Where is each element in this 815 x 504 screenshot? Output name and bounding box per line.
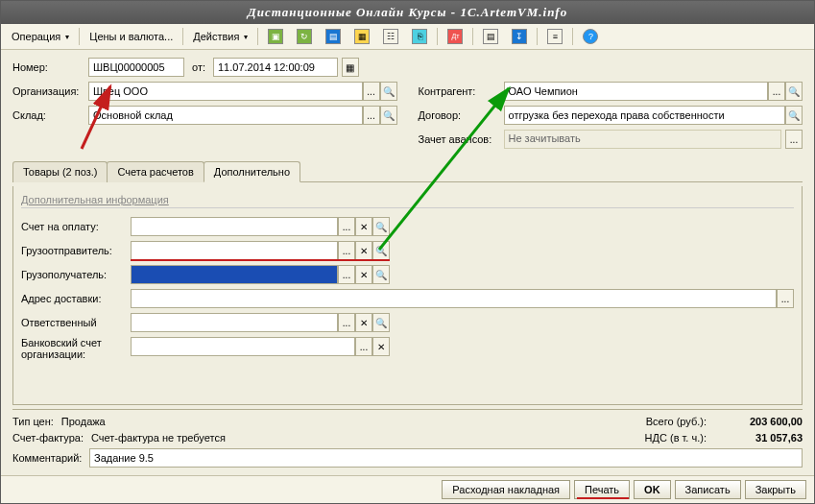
operation-menu[interactable]: Операция [5,28,76,45]
basis-icon: ↧ [512,29,527,44]
comment-field[interactable] [89,448,803,468]
shipper-select[interactable]: ... [338,241,355,260]
org-search[interactable]: 🔍 [380,82,397,101]
invoice-clear[interactable]: ✕ [355,217,372,236]
invoice-fact-value: Счет-фактура не требуется [91,432,226,444]
vat-label: НДС (в т. ч.): [645,432,707,444]
search-icon: 🔍 [383,110,395,121]
tb-icon-dt[interactable]: Дт [441,26,469,47]
tab-goods[interactable]: Товары (2 поз.) [12,161,108,182]
bank-label: Банковский счет организации: [21,337,127,360]
responsible-field[interactable] [131,313,338,332]
tab-extra[interactable]: Дополнительно [204,161,300,182]
total-label: Всего (руб.): [646,416,707,427]
help-icon: ? [583,29,598,44]
shipper-clear[interactable]: ✕ [355,241,372,260]
invoice-field[interactable] [131,217,338,236]
address-field[interactable] [131,289,777,308]
save-button[interactable]: Записать [675,480,741,499]
consignee-field[interactable] [131,265,338,284]
warehouse-label: Склад: [12,109,84,121]
tb-icon-9[interactable]: ≡ [540,26,569,47]
help-button[interactable]: ? [576,26,605,47]
consignee-search[interactable]: 🔍 [372,265,390,284]
warehouse-field[interactable] [88,106,363,125]
contragent-search[interactable]: 🔍 [785,82,803,101]
consignee-clear[interactable]: ✕ [355,265,372,284]
arrow-icon: ↻ [297,29,312,44]
tb-icon-4[interactable]: ▦ [348,26,376,47]
responsible-select[interactable]: ... [338,313,355,332]
struct-icon: ☷ [383,29,398,44]
tb-icon-5[interactable]: ☷ [376,26,405,47]
search-icon: 🔍 [375,270,387,280]
comment-label: Комментарий: [12,452,89,464]
org-select[interactable]: ... [363,82,380,101]
tab-panel-extra: Дополнительная информация Счет на оплату… [12,186,803,405]
tb-icon-3[interactable]: ▤ [319,26,348,47]
total-value: 203 600,00 [716,416,803,427]
tb-icon-7[interactable]: ▤ [476,26,505,47]
responsible-search[interactable]: 🔍 [372,313,390,332]
advance-select[interactable]: ... [785,130,803,149]
shipper-search[interactable]: 🔍 [372,241,390,260]
address-select[interactable]: ... [777,289,794,308]
responsible-label: Ответственный [21,317,127,328]
org-label: Организация: [12,85,84,97]
window-title: Дистанционные Онлайн Курсы - 1C.ArtemVM.… [1,1,814,24]
bank-clear[interactable]: ✕ [372,337,390,356]
prices-button[interactable]: Цены и валюта... [83,28,180,45]
contragent-field[interactable] [504,82,769,101]
invoice-label: Счет на оплату: [21,221,127,232]
address-label: Адрес доставки: [21,293,127,304]
print-button[interactable]: Печать [574,480,630,499]
invoice-fact-label: Счет-фактура: [12,432,84,444]
tb-icon-2[interactable]: ↻ [290,26,319,47]
contract-label: Договор: [419,109,500,121]
invoice-select[interactable]: ... [338,217,355,236]
consignee-select[interactable]: ... [338,265,355,284]
warehouse-select[interactable]: ... [363,106,380,125]
date-field[interactable] [213,58,338,77]
dtkt-icon: Дт [447,29,463,44]
footer-bar: Расходная накладная Печать OK Записать З… [1,475,814,503]
contragent-label: Контрагент: [419,85,500,97]
post-icon: ▣ [268,29,283,44]
tb-icon-6[interactable]: ⎘ [405,26,434,47]
responsible-clear[interactable]: ✕ [355,313,372,332]
shipper-label: Грузоотправитель: [21,245,127,256]
ok-button[interactable]: OK [634,480,671,499]
invoice-out-button[interactable]: Расходная накладная [442,480,570,499]
tb-icon-1[interactable]: ▣ [261,26,290,47]
number-label: Номер: [12,61,84,73]
price-type-value: Продажа [61,416,106,427]
warehouse-search[interactable]: 🔍 [380,106,397,125]
tb-icon-8[interactable]: ↧ [505,26,534,47]
invoice-search[interactable]: 🔍 [372,217,390,236]
org-field[interactable] [88,82,363,101]
search-icon: 🔍 [788,110,800,121]
shipper-field[interactable] [131,241,338,260]
vat-value: 31 057,63 [716,432,803,444]
number-field[interactable] [88,58,184,77]
calendar-button[interactable]: ▦ [342,58,359,77]
bank-field[interactable] [131,337,355,356]
from-label: от: [192,61,205,73]
group-title: Дополнительная информация [21,194,794,208]
calendar-icon: ▦ [346,62,354,73]
advance-label: Зачет авансов: [419,133,500,145]
contract-field[interactable] [504,106,786,125]
list-icon: ≡ [547,29,563,44]
advance-field: Не зачитывать [504,130,782,149]
main-toolbar: Операция Цены и валюта... Действия ▣ ↻ ▤… [1,24,814,50]
search-icon: 🔍 [375,246,387,256]
price-type-label: Тип цен: [12,416,54,427]
actions-menu[interactable]: Действия [186,28,254,45]
contragent-select[interactable]: ... [768,82,785,101]
doc-icon: ▤ [325,29,341,44]
link-icon: ⎘ [412,29,427,44]
contract-search[interactable]: 🔍 [785,106,803,125]
bank-select[interactable]: ... [355,337,372,356]
tab-accounts[interactable]: Счета расчетов [107,161,204,182]
close-button[interactable]: Закрыть [745,480,806,499]
